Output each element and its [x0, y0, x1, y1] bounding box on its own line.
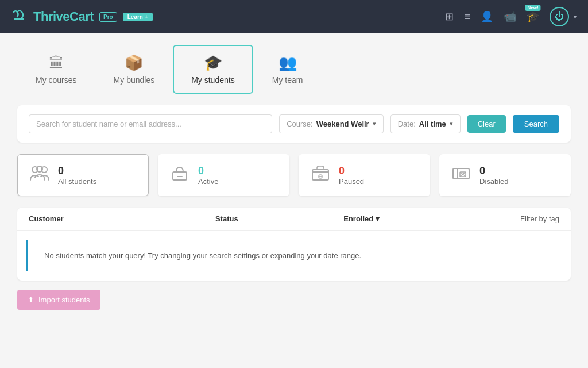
my-bundles-icon: 📦 [125, 54, 143, 72]
header-right: ⊞ ≡ 👤 📹 🎓 New! ⏻ ▾ [445, 7, 577, 26]
stat-disabled[interactable]: 0 Disabled [439, 154, 571, 196]
tab-my-students-label: My students [191, 75, 234, 85]
col-filter[interactable]: Filter by tag [472, 214, 559, 223]
col-customer: Customer [29, 214, 204, 223]
disabled-info: 0 Disabled [479, 165, 509, 186]
user-icon[interactable]: 👤 [481, 10, 493, 23]
disabled-count: 0 [479, 165, 509, 177]
stat-paused[interactable]: 0 Paused [299, 154, 430, 196]
grid-icon[interactable]: ≡ [464, 11, 470, 23]
tab-my-courses[interactable]: 🏛 My courses [17, 45, 95, 94]
all-students-label: All students [58, 177, 96, 186]
my-team-icon: 👥 [278, 54, 297, 72]
all-students-info: 0 All students [58, 165, 96, 186]
tab-my-bundles-label: My bundles [114, 75, 155, 85]
tabs-nav: 🏛 My courses 📦 My bundles 🎓 My students … [17, 45, 571, 94]
new-badge: New! [525, 5, 540, 11]
import-icon: ⬆ [28, 296, 34, 304]
date-value: All time [419, 120, 446, 128]
col-status: Status [215, 214, 332, 223]
table-body: No students match your query! Try changi… [17, 240, 571, 271]
disabled-icon [451, 164, 471, 186]
tab-my-students[interactable]: 🎓 My students [173, 45, 253, 94]
date-dropdown-arrow: ▾ [450, 120, 453, 128]
stats-row: 0 All students 0 Active [17, 154, 571, 196]
logo-text: ThriveCart [33, 9, 94, 24]
course-value: Weekend Wellr [316, 120, 369, 128]
tab-my-team[interactable]: 👥 My team [253, 45, 322, 94]
layout-icon[interactable]: ⊞ [445, 10, 454, 23]
search-input[interactable] [29, 114, 272, 133]
graduation-icon[interactable]: 🎓 New! [527, 10, 539, 23]
tab-my-courses-label: My courses [36, 75, 77, 85]
svg-rect-10 [453, 168, 469, 179]
paused-info: 0 Paused [339, 165, 364, 186]
my-students-icon: 🎓 [204, 54, 222, 72]
all-students-icon [29, 164, 50, 186]
enrolled-sort-icon: ▾ [376, 214, 380, 223]
course-select[interactable]: Course: Weekend Wellr ▾ [279, 114, 384, 133]
paused-icon [310, 164, 331, 186]
search-button[interactable]: Search [513, 115, 559, 133]
learn-badge[interactable]: Learn + [123, 13, 153, 21]
import-students-button[interactable]: ⬆ Import students [17, 290, 100, 310]
main-content: 🏛 My courses 📦 My bundles 🎓 My students … [0, 33, 588, 368]
video-icon[interactable]: 📹 [504, 10, 516, 23]
active-icon [169, 164, 190, 186]
user-dropdown-arrow[interactable]: ▾ [574, 14, 577, 20]
date-label: Date: [398, 120, 416, 128]
logo-icon [11, 9, 28, 25]
stat-all-students[interactable]: 0 All students [17, 154, 149, 196]
tab-my-bundles[interactable]: 📦 My bundles [95, 45, 173, 94]
my-courses-icon: 🏛 [49, 54, 64, 72]
table-header: Customer Status Enrolled ▾ Filter by tag [17, 208, 571, 231]
empty-message: No students match your query! Try changi… [26, 240, 562, 271]
stat-active[interactable]: 0 Active [158, 154, 289, 196]
active-count: 0 [198, 165, 218, 177]
col-enrolled[interactable]: Enrolled ▾ [343, 214, 460, 223]
all-students-count: 0 [58, 165, 96, 177]
header-left: ThriveCart Pro Learn + [11, 9, 153, 25]
course-dropdown-arrow: ▾ [373, 120, 376, 128]
student-table: Customer Status Enrolled ▾ Filter by tag… [17, 208, 571, 281]
tab-my-team-label: My team [272, 75, 303, 85]
pro-badge: Pro [99, 12, 117, 22]
clear-button[interactable]: Clear [467, 115, 506, 133]
col-enrolled-label: Enrolled [343, 214, 373, 223]
active-label: Active [198, 177, 218, 186]
search-bar: Course: Weekend Wellr ▾ Date: All time ▾… [17, 105, 571, 143]
header: ThriveCart Pro Learn + ⊞ ≡ 👤 📹 🎓 New! ⏻ … [0, 0, 588, 33]
date-select[interactable]: Date: All time ▾ [390, 114, 461, 133]
course-label: Course: [287, 120, 313, 128]
paused-label: Paused [339, 177, 364, 186]
import-label: Import students [38, 296, 90, 304]
disabled-label: Disabled [479, 177, 509, 186]
power-icon: ⏻ [555, 12, 564, 22]
paused-count: 0 [339, 165, 364, 177]
power-button[interactable]: ⏻ [550, 7, 569, 26]
active-info: 0 Active [198, 165, 218, 186]
